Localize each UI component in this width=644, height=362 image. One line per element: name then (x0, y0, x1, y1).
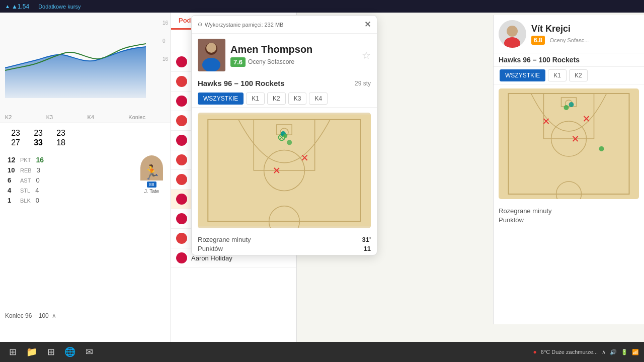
popup-player-name: Amen Thompson (230, 44, 357, 55)
battery-icon: 🔋 (621, 349, 628, 355)
ast-label: AST (20, 177, 31, 184)
popup-header: ⊙ Wykorzystanie pamięci: 232 MB ✕ (192, 16, 377, 34)
popup-player-avatar (198, 39, 225, 71)
reb-num: 10 (8, 166, 18, 174)
right-points-label: Punktów (499, 216, 524, 224)
filter-k4[interactable]: K4 (309, 93, 328, 105)
row1-k4: 23 (53, 129, 65, 138)
filter-k1[interactable]: K1 (246, 93, 265, 105)
popup-player-details: Amen Thompson 7.6 Oceny Sofascore (230, 44, 357, 67)
q-koniec: Koniec (128, 114, 145, 120)
stl-label: STL (20, 188, 30, 194)
odds-bar: ▲ ▲1.54 Dodatkowe kursy (0, 0, 644, 13)
mail-icon: ✉ (86, 346, 93, 357)
stat-minutes: Rozegrane minuty 31' (198, 236, 371, 243)
close-button[interactable]: ✕ (364, 20, 371, 29)
pkt-val: 16 (36, 156, 44, 164)
chrome-icon: 🌐 (64, 346, 75, 357)
right-player-header: Vít Krejci 6.8 Oceny Sofasc... (494, 15, 644, 53)
files-icon: 📁 (26, 346, 37, 357)
right-player-panel: Vít Krejci 6.8 Oceny Sofasc... Hawks 96 … (493, 15, 644, 324)
stats-section: Rozegrane minuty 31' Punktów 11 (192, 233, 377, 255)
rating-section: 7.6 Oceny Sofascore (230, 57, 294, 67)
row2-k3: 33 (30, 138, 43, 147)
court-svg (198, 113, 371, 228)
chart-num-mid: 0 (163, 38, 168, 44)
right-filter-k1[interactable]: K1 (548, 69, 567, 81)
row1-k2: 23 (8, 129, 20, 138)
right-player-name: Vít Krejci (531, 24, 589, 34)
svg-point-28 (283, 134, 287, 138)
score-footer: Koniec 96 – 100 ∧ (5, 312, 56, 319)
taskbar-chrome[interactable]: 🌐 (62, 344, 77, 359)
right-stats-section: Rozegrane minuty Punktów (494, 203, 644, 228)
q-k4: K4 (88, 114, 94, 120)
right-player-avatar (499, 20, 526, 48)
favorite-button[interactable]: ☆ (362, 49, 371, 61)
right-filter-tabs: WSZYSTKIE K1 K2 (494, 67, 644, 84)
row2-k2: 27 (8, 138, 20, 147)
quarter-labels: K2 K3 K4 Koniec (5, 114, 145, 120)
svg-point-11 (206, 43, 216, 53)
store-icon: ⊞ (47, 346, 55, 357)
taskbar: ⊞ 📁 ⊞ 🌐 ✉ ● 6°C Duże zachmurze... ∧ 🔊 🔋 … (0, 342, 644, 362)
stat-reb: 10 REB 3 (8, 166, 44, 174)
right-filter-wszystkie[interactable]: WSZYSTKIE (500, 69, 545, 81)
right-rating-badge: 6.8 (531, 36, 545, 45)
chart-area: 16 0 16 (0, 13, 171, 123)
match-date: 29 sty (355, 80, 371, 87)
svg-point-39 (564, 105, 569, 110)
hawks-dot-icon (176, 233, 187, 244)
svg-point-10 (202, 58, 220, 71)
blk-val: 0 (36, 197, 39, 204)
points-label: Punktów (198, 245, 223, 252)
svg-point-45 (599, 146, 604, 151)
filter-k2[interactable]: K2 (267, 93, 286, 105)
taskbar-right: ● 6°C Duże zachmurze... ∧ 🔊 🔋 📶 (533, 348, 639, 355)
stat-blk: 1 BLK 0 (8, 197, 44, 204)
pkt-label: PKT (20, 157, 31, 163)
rockets-dot-icon (176, 252, 187, 263)
rockets-dot-icon (176, 135, 187, 146)
odds-link[interactable]: Dodatkowe kursy (38, 4, 80, 10)
minutes-value: 31' (362, 236, 371, 243)
up-arrow-icon: ∧ (602, 349, 606, 355)
svg-point-40 (569, 102, 574, 107)
right-sofascore-label: Oceny Sofasc... (550, 37, 589, 43)
rockets-dot-icon (176, 194, 187, 205)
player-popup: ⊙ Wykorzystanie pamięci: 232 MB ✕ Amen T… (191, 15, 377, 255)
notification-dot: ● (533, 348, 537, 355)
hawks-dot-icon (176, 174, 187, 185)
match-score: Hawks 96 – 100 Rockets (198, 79, 285, 87)
mini-player-name: J. Tate (144, 189, 159, 194)
memory-indicator: ⊙ Wykorzystanie pamięci: 232 MB (198, 21, 283, 28)
stl-num: 4 (8, 187, 18, 194)
odds-triangle-icon: ▲ (5, 4, 10, 9)
right-filter-k2[interactable]: K2 (569, 69, 588, 81)
rating-label: Oceny Sofascore (248, 58, 294, 65)
q-k2: K2 (5, 114, 12, 120)
left-panel: 16 0 16 (0, 13, 171, 342)
right-match-score: Hawks 96 – 100 Rockets (494, 53, 644, 67)
taskbar-mail[interactable]: ✉ (82, 344, 97, 359)
right-court-svg (499, 88, 639, 199)
filter-k3[interactable]: K3 (288, 93, 307, 105)
odds-value: ▲1.54 (12, 3, 29, 10)
rockets-dot-icon (176, 56, 187, 67)
taskbar-explorer[interactable]: ⊞ (5, 344, 20, 359)
minutes-label: Rozegrane minuty (198, 236, 251, 243)
speaker-icon: 🔊 (610, 349, 617, 355)
blk-label: BLK (20, 198, 31, 204)
right-shot-chart (499, 88, 639, 199)
taskbar-files[interactable]: 📁 (24, 344, 39, 359)
q-k3: K3 (46, 114, 53, 120)
popup-player-info: Amen Thompson 7.6 Oceny Sofascore ☆ (192, 34, 377, 76)
rockets-dot-icon (176, 96, 187, 107)
right-player-info: Vít Krejci 6.8 Oceny Sofasc... (531, 24, 589, 45)
ast-num: 6 (8, 176, 18, 184)
filter-wszystkie[interactable]: WSZYSTKIE (198, 93, 244, 105)
row2-k4: 18 (53, 138, 65, 147)
memory-text: Wykorzystanie pamięci: 232 MB (205, 22, 283, 28)
taskbar-store[interactable]: ⊞ (43, 344, 58, 359)
stat-points: Punktów 11 (198, 245, 371, 252)
